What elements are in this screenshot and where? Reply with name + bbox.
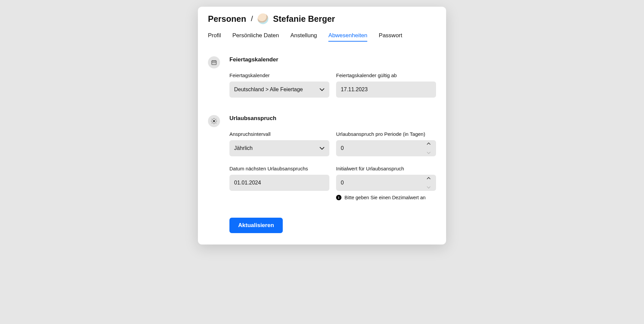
chevron-down-icon (427, 186, 431, 189)
svg-line-15 (216, 119, 216, 119)
input-initial[interactable]: 0 (336, 175, 436, 191)
tab-personal-data[interactable]: Persönliche Daten (232, 32, 279, 42)
input-next-date[interactable]: 01.01.2024 (229, 175, 329, 191)
svg-line-14 (212, 123, 212, 123)
input-initial-value: 0 (341, 180, 344, 186)
chevron-down-icon (319, 87, 325, 93)
label-holiday-valid-from: Feiertagskalender gültig ab (336, 72, 436, 78)
tab-absences[interactable]: Abwesenheiten (328, 32, 367, 42)
svg-line-12 (212, 119, 212, 119)
breadcrumb-sep: / (251, 14, 253, 23)
tab-employment[interactable]: Anstellung (290, 32, 317, 42)
tab-password[interactable]: Passwort (379, 32, 402, 42)
breadcrumb-person-name: Stefanie Berger (273, 14, 335, 24)
input-next-date-value: 01.01.2024 (234, 180, 261, 186)
section-title-holiday: Feiertagskalender (229, 56, 436, 63)
hint-decimal: i Bitte geben Sie einen Dezimalwert an (336, 195, 436, 200)
section-vacation-entitlement: Urlaubsanspruch Anspruchsintervall Jährl… (208, 115, 436, 200)
select-holiday-calendar-value: Deutschland > Alle Feiertage (234, 87, 303, 93)
sun-icon (208, 115, 220, 127)
breadcrumb: Personen / Stefanie Berger (208, 13, 436, 24)
label-next-date: Datum nächsten Urlaubsanspruchs (229, 166, 329, 171)
tab-profil[interactable]: Profil (208, 32, 221, 42)
select-interval-value: Jährlich (234, 145, 253, 151)
select-holiday-calendar[interactable]: Deutschland > Alle Feiertage (229, 82, 329, 98)
quantity-stepper[interactable] (427, 142, 432, 154)
absence-settings-card: Personen / Stefanie Berger Profil Persön… (198, 7, 446, 245)
svg-line-13 (216, 123, 216, 123)
label-per-period: Urlaubsanspruch pro Periode (in Tagen) (336, 131, 436, 137)
input-holiday-valid-from-value: 17.11.2023 (341, 87, 368, 93)
label-initial: Initialwert für Urlaubsanspruch (336, 166, 436, 171)
label-interval: Anspruchsintervall (229, 131, 329, 137)
hint-text: Bitte geben Sie einen Dezimalwert an (344, 195, 426, 200)
input-per-period-value: 0 (341, 145, 344, 151)
calendar-icon (208, 56, 220, 68)
label-holiday-calendar: Feiertagskalender (229, 72, 329, 78)
chevron-down-icon (319, 145, 325, 151)
submit-button[interactable]: Aktualisieren (229, 218, 283, 233)
chevron-down-icon (427, 152, 431, 154)
breadcrumb-root[interactable]: Personen (208, 14, 246, 24)
chevron-up-icon (427, 177, 431, 179)
input-per-period[interactable]: 0 (336, 140, 436, 156)
section-title-vacation: Urlaubsanspruch (229, 115, 436, 122)
quantity-stepper[interactable] (427, 177, 432, 189)
svg-point-7 (213, 120, 215, 122)
tabs: Profil Persönliche Daten Anstellung Abwe… (208, 32, 436, 42)
avatar (258, 13, 268, 24)
select-interval[interactable]: Jährlich (229, 140, 329, 156)
chevron-up-icon (427, 142, 431, 145)
input-holiday-valid-from[interactable]: 17.11.2023 (336, 82, 436, 98)
section-holiday-calendar: Feiertagskalender Feiertagskalender Deut… (208, 56, 436, 98)
info-icon: i (336, 195, 341, 200)
